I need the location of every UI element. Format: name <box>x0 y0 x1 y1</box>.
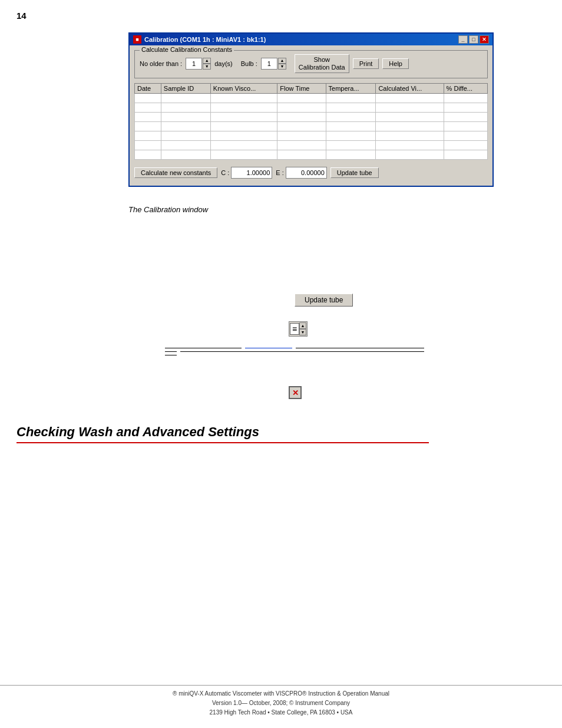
calc-constants-row: No older than : ▲ ▼ day(s) Bulb : ▲ ▼ <box>140 54 482 73</box>
footer-line-1: ® miniQV-X Automatic Viscometer with VIS… <box>0 689 562 699</box>
spin-down-btn[interactable]: ▼ <box>203 64 211 70</box>
calibration-window: ■ Calibration (COM1 1h : MiniAV1 : bk1:1… <box>128 32 494 187</box>
line-row-2 <box>165 351 424 352</box>
e-value-input[interactable] <box>286 167 327 179</box>
spinner-down-icon[interactable]: ▼ <box>299 329 306 335</box>
e-label: E : <box>276 169 283 176</box>
calc-constants-group: Calculate Calibration Constants No older… <box>134 50 488 78</box>
line-row-1 <box>165 348 424 348</box>
spinner-display: ≡ <box>290 323 299 335</box>
col-sample-id: Sample ID <box>161 84 210 94</box>
bulb-spinner[interactable]: ▲ ▼ <box>261 58 286 70</box>
lines-section <box>165 348 424 358</box>
col-tempera: Tempera... <box>326 84 376 94</box>
col-date: Date <box>135 84 161 94</box>
bulb-spin-up-btn[interactable]: ▲ <box>278 58 286 64</box>
col-calculated-vi: Calculated Vi... <box>376 84 444 94</box>
spinner-icon[interactable]: ≡ ▲ ▼ <box>289 321 308 337</box>
line-short-2 <box>165 351 177 352</box>
bulb-label: Bulb : <box>241 60 257 67</box>
bulb-input[interactable] <box>261 58 277 70</box>
print-button[interactable]: Print <box>353 58 379 69</box>
table-row <box>135 103 488 113</box>
spinner-icon-wrap: ≡ ▲ ▼ <box>289 321 308 337</box>
no-older-than-label: No older than : <box>140 60 182 67</box>
c-field-wrap: C : <box>221 167 272 179</box>
window-body: Calculate Calibration Constants No older… <box>130 45 492 186</box>
titlebar-left: ■ Calibration (COM1 1h : MiniAV1 : bk1:1… <box>133 35 266 44</box>
close-button[interactable]: ✕ <box>480 35 489 44</box>
table-row <box>135 150 488 160</box>
table-row <box>135 113 488 122</box>
footer-line-3: 2139 High Tech Road • State College, PA … <box>0 708 562 717</box>
page-number: 14 <box>16 11 27 21</box>
table-row <box>135 122 488 131</box>
line-row-3 <box>165 355 424 355</box>
footer: ® miniQV-X Automatic Viscometer with VIS… <box>0 685 562 717</box>
c-value-input[interactable] <box>231 167 272 179</box>
bottom-row: Calculate new constants C : E : Update t… <box>134 164 488 181</box>
group-box-label: Calculate Calibration Constants <box>140 46 234 53</box>
bulb-spin-down-btn[interactable]: ▼ <box>278 64 286 70</box>
spinner-arrow-btns: ▲ ▼ <box>299 322 306 335</box>
days-label: day(s) <box>214 60 233 67</box>
table-row <box>135 94 488 103</box>
bulb-spin-btns: ▲ ▼ <box>278 58 286 70</box>
table-body <box>135 94 488 160</box>
line-long-2 <box>180 351 424 352</box>
no-older-than-spinner[interactable]: ▲ ▼ <box>186 58 211 70</box>
calculate-new-constants-button[interactable]: Calculate new constants <box>134 167 217 178</box>
col-flow-time: Flow Time <box>277 84 326 94</box>
table-row <box>135 131 488 141</box>
line-short-3 <box>165 355 177 355</box>
update-tube-btn-wrap: Update tube <box>295 294 353 307</box>
minimize-button[interactable]: _ <box>458 35 468 44</box>
e-field-wrap: E : <box>276 167 326 179</box>
col-pct-diffe: % Diffe... <box>444 84 487 94</box>
c-label: C : <box>221 169 229 176</box>
section-heading-wrap: Checking Wash and Advanced Settings <box>16 424 429 443</box>
help-button[interactable]: Help <box>382 58 409 69</box>
col-known-visco: Known Visco... <box>210 84 277 94</box>
line-segment-1c <box>296 348 424 348</box>
no-older-than-spin-btns: ▲ ▼ <box>203 58 211 70</box>
x-icon[interactable]: ✕ <box>289 386 302 399</box>
x-icon-wrap: ✕ <box>289 386 302 399</box>
window-title: Calibration (COM1 1h : MiniAV1 : bk1:1) <box>144 36 266 43</box>
show-calibration-data-button[interactable]: ShowCalibration Data <box>295 54 349 73</box>
section-heading: Checking Wash and Advanced Settings <box>16 424 429 443</box>
table-header: Date Sample ID Known Visco... Flow Time … <box>135 84 488 94</box>
table-header-row: Date Sample ID Known Visco... Flow Time … <box>135 84 488 94</box>
window-titlebar: ■ Calibration (COM1 1h : MiniAV1 : bk1:1… <box>130 34 492 45</box>
update-tube-button-mid[interactable]: Update tube <box>295 294 353 307</box>
footer-line-2: Version 1.0— October, 2008; © Instrument… <box>0 699 562 708</box>
titlebar-controls: _ □ ✕ <box>458 35 489 44</box>
table-row <box>135 141 488 150</box>
update-tube-button-bottom[interactable]: Update tube <box>330 167 379 178</box>
spin-up-btn[interactable]: ▲ <box>203 58 211 64</box>
maximize-button[interactable]: □ <box>469 35 478 44</box>
line-segment-1a <box>165 348 242 348</box>
spinner-up-icon[interactable]: ▲ <box>299 322 306 329</box>
window-icon: ■ <box>133 35 141 44</box>
window-caption: The Calibration window <box>128 205 208 214</box>
line-segment-1b <box>245 348 292 348</box>
no-older-than-input[interactable] <box>186 58 202 70</box>
calibration-data-table: Date Sample ID Known Visco... Flow Time … <box>134 83 488 160</box>
